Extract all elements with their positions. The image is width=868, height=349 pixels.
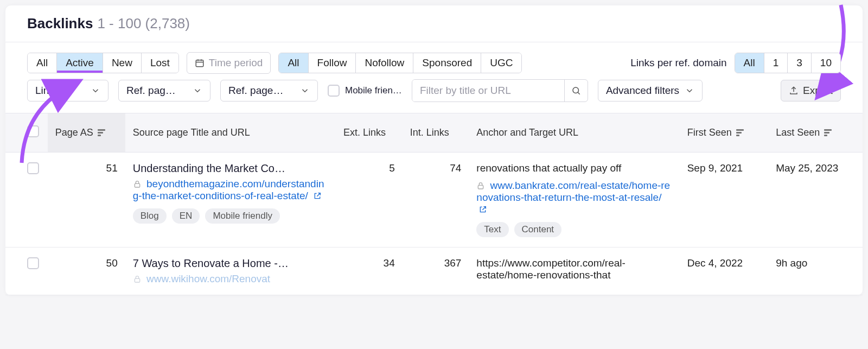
linktype-filter: All Follow Nofollow Sponsored UGC xyxy=(278,53,522,73)
row-checkbox[interactable] xyxy=(27,162,39,174)
tag: Text xyxy=(476,222,508,237)
links-per-domain-label: Links per ref. domain xyxy=(630,57,726,69)
select-all-checkbox[interactable] xyxy=(27,125,39,137)
tag: EN xyxy=(172,208,200,224)
cell-last-seen: May 25, 2023 xyxy=(768,153,863,248)
linksper-3[interactable]: 3 xyxy=(788,53,812,73)
tag: Mobile friendly xyxy=(205,208,280,224)
table-row: 50 7 Ways to Renovate a Home -… www.wiki… xyxy=(5,248,863,295)
status-new[interactable]: New xyxy=(103,53,142,73)
search-button[interactable] xyxy=(564,80,588,101)
col-source[interactable]: Source page Title and URL xyxy=(125,113,336,153)
link-filter-dropdown[interactable]: Link… xyxy=(27,80,108,101)
linksper-all[interactable]: All xyxy=(735,53,764,73)
time-period-button[interactable]: Time period xyxy=(187,52,271,74)
export-button[interactable]: Export xyxy=(781,80,841,101)
tag: Content xyxy=(514,222,562,237)
linktype-all[interactable]: All xyxy=(279,53,308,73)
search-filter xyxy=(412,79,588,102)
linktype-sponsored[interactable]: Sponsored xyxy=(413,53,481,73)
cell-anchor: https://www.competitor.com/real-estate/h… xyxy=(469,248,679,295)
time-period-label: Time period xyxy=(209,57,263,69)
cell-last-seen: 9h ago xyxy=(768,248,863,295)
chevron-down-icon xyxy=(91,86,100,96)
svg-rect-3 xyxy=(478,185,483,189)
advanced-filters-button[interactable]: Advanced filters xyxy=(598,80,703,101)
external-link-icon[interactable] xyxy=(313,192,322,200)
lock-icon xyxy=(476,181,485,190)
cell-first-seen: Dec 4, 2022 xyxy=(680,248,769,295)
filter-row-2: Link… Ref. pag… Ref. page… Mobile frien…… xyxy=(5,79,863,113)
cell-page-as: 50 xyxy=(48,248,125,295)
cell-source: Understanding the Market Co… beyondthema… xyxy=(125,153,336,248)
anchor-text: renovations that actually pay off xyxy=(476,162,672,174)
dropdown-label: Link… xyxy=(35,85,65,97)
refpage-filter-dropdown-1[interactable]: Ref. pag… xyxy=(118,80,210,101)
linksper-1[interactable]: 1 xyxy=(764,53,788,73)
export-icon xyxy=(789,86,799,96)
col-anchor[interactable]: Anchor and Target URL xyxy=(469,113,679,153)
checkbox-icon xyxy=(328,85,340,97)
panel-header: Backlinks 1 - 100 (2,738) xyxy=(5,15,863,42)
cell-int-links: 367 xyxy=(403,248,469,295)
status-all[interactable]: All xyxy=(28,53,57,73)
col-page-as[interactable]: Page AS xyxy=(48,113,125,153)
lock-icon xyxy=(133,180,142,188)
lock-icon xyxy=(133,275,142,283)
mobile-friendly-filter[interactable]: Mobile frien… xyxy=(328,85,402,97)
tag: Blog xyxy=(133,208,167,224)
col-last-seen[interactable]: Last Seen xyxy=(768,113,863,153)
col-ext-links[interactable]: Ext. Links xyxy=(336,113,403,153)
calendar-icon xyxy=(195,58,205,68)
row-checkbox[interactable] xyxy=(27,257,39,269)
chevron-down-icon xyxy=(300,86,310,96)
cell-first-seen: Sep 9, 2021 xyxy=(680,153,769,248)
status-active[interactable]: Active xyxy=(57,53,103,73)
cell-source: 7 Ways to Renovate a Home -… www.wikihow… xyxy=(125,248,336,295)
cell-ext-links: 5 xyxy=(336,153,403,248)
chevron-down-icon xyxy=(193,86,202,96)
chevron-down-icon xyxy=(685,86,694,96)
linktype-ugc[interactable]: UGC xyxy=(481,53,521,73)
page-title: Backlinks xyxy=(27,15,93,32)
cell-ext-links: 34 xyxy=(336,248,403,295)
linksper-10[interactable]: 10 xyxy=(812,53,840,73)
advanced-filters-label: Advanced filters xyxy=(606,85,679,97)
sort-icon xyxy=(98,129,105,136)
links-per-domain: Links per ref. domain All 1 3 10 xyxy=(630,53,841,73)
sort-icon xyxy=(824,129,832,136)
refpage-filter-dropdown-2[interactable]: Ref. page… xyxy=(220,80,318,101)
external-link-icon[interactable] xyxy=(478,205,487,214)
cell-page-as: 51 xyxy=(48,153,125,248)
cell-int-links: 74 xyxy=(403,153,469,248)
dropdown-label: Ref. pag… xyxy=(126,85,176,97)
table-row: 51 Understanding the Market Co… beyondth… xyxy=(5,153,863,248)
svg-rect-0 xyxy=(196,60,203,67)
source-url-link[interactable]: www.wikihow.com/Renovat xyxy=(146,273,270,284)
source-title: Understanding the Market Co… xyxy=(133,162,328,175)
backlinks-table: Page AS Source page Title and URL Ext. L… xyxy=(5,113,863,295)
search-input[interactable] xyxy=(412,80,564,101)
source-url-link[interactable]: beyondthemagazine.com/understanding-the-… xyxy=(133,178,324,201)
svg-point-1 xyxy=(573,87,579,93)
sort-icon xyxy=(736,129,744,136)
anchor-text: https://www.competitor.com/real-estate/h… xyxy=(476,257,672,281)
col-first-seen[interactable]: First Seen xyxy=(680,113,769,153)
export-label: Export xyxy=(803,85,833,97)
mobile-friendly-label: Mobile frien… xyxy=(345,85,402,96)
source-title: 7 Ways to Renovate a Home -… xyxy=(133,257,328,270)
table-header-row: Page AS Source page Title and URL Ext. L… xyxy=(5,113,863,153)
status-filter: All Active New Lost xyxy=(27,53,179,73)
status-lost[interactable]: Lost xyxy=(142,53,178,73)
target-url-link[interactable]: www.bankrate.com/real-estate/home-renova… xyxy=(476,180,670,203)
svg-rect-2 xyxy=(135,183,139,187)
col-int-links[interactable]: Int. Links xyxy=(403,113,469,153)
cell-anchor: renovations that actually pay off www.ba… xyxy=(469,153,679,248)
linktype-follow[interactable]: Follow xyxy=(309,53,356,73)
results-range: 1 - 100 (2,738) xyxy=(97,15,190,32)
linktype-nofollow[interactable]: Nofollow xyxy=(356,53,413,73)
filter-row-1: All Active New Lost Time period All Foll… xyxy=(5,42,863,79)
dropdown-label: Ref. page… xyxy=(228,85,283,97)
svg-rect-4 xyxy=(135,278,139,282)
search-icon xyxy=(571,86,581,96)
